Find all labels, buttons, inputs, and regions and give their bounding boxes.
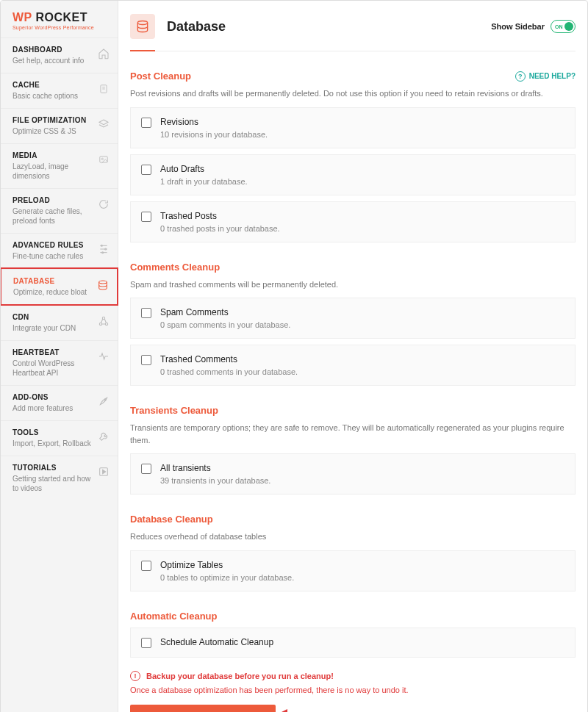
svg-point-14: [105, 323, 107, 325]
logo-text: WP ROCKET: [12, 11, 106, 24]
document-icon: [97, 82, 110, 96]
sidebar-item-database[interactable]: DATABASE Optimize, reduce bloat: [1, 269, 117, 304]
app-frame: WP ROCKET Superior WordPress Performance…: [0, 0, 588, 712]
option-sub: 0 tables to optimize in your database.: [160, 573, 564, 582]
option-schedule-cleanup: Schedule Automatic Cleanup: [130, 628, 576, 658]
nav-title: TUTORIALS: [12, 464, 93, 472]
option-label: Revisions: [160, 117, 564, 127]
sidebar-item-cdn[interactable]: CDN Integrate your CDN: [1, 305, 118, 340]
logo-wp: WP: [12, 11, 32, 24]
svg-point-13: [99, 323, 101, 325]
database-icon: [96, 278, 110, 292]
checkbox-trashed-comments[interactable]: [141, 355, 151, 365]
section-title: Post Cleanup: [130, 71, 191, 82]
nav-title: ADD-ONS: [12, 393, 93, 401]
option-trashed-posts: Trashed Posts 0 trashed posts in your da…: [130, 201, 576, 242]
nav-title: PRELOAD: [12, 196, 93, 204]
sidebar-item-media[interactable]: MEDIA LazyLoad, image dimensions: [1, 143, 118, 188]
help-icon: ?: [515, 71, 526, 82]
option-auto-drafts: Auto Drafts 1 draft in your database.: [130, 154, 576, 195]
layers-icon: [97, 118, 110, 131]
show-sidebar-toggle[interactable]: Show Sidebar ON: [491, 20, 576, 33]
checkbox-schedule-cleanup[interactable]: [141, 638, 151, 648]
home-icon: [97, 47, 110, 60]
option-sub: 10 revisions in your database.: [160, 130, 564, 139]
toggle-state: ON: [555, 24, 563, 29]
logo-rocket: ROCKET: [32, 11, 87, 24]
nav-desc: Generate cache files, preload fonts: [12, 206, 93, 226]
checkbox-revisions[interactable]: [141, 118, 151, 128]
arrow-head-icon: [277, 709, 287, 713]
nav-desc: Optimize CSS & JS: [12, 126, 93, 136]
nav-title: DATABASE: [13, 277, 92, 285]
warning-text: Backup your database before you run a cl…: [146, 672, 334, 680]
toggle-knob: [564, 22, 573, 31]
section-desc: Spam and trashed comments will be perman…: [130, 278, 576, 291]
heartbeat-icon: [97, 350, 110, 363]
section-title: Automatic Cleanup: [130, 611, 217, 622]
nav-title: ADVANCED RULES: [12, 241, 93, 249]
sidebar-item-tools[interactable]: TOOLS Import, Export, Rollback: [1, 420, 118, 456]
network-icon: [97, 314, 110, 328]
option-trashed-comments: Trashed Comments 0 trashed comments in y…: [130, 345, 576, 386]
option-label: Trashed Posts: [160, 211, 564, 221]
section-database-cleanup: Database Cleanup Reduces overhead of dat…: [130, 514, 576, 591]
nav-desc: Add more features: [12, 403, 93, 413]
svg-point-12: [102, 317, 104, 319]
wrench-icon: [97, 430, 110, 443]
option-label: Schedule Automatic Cleanup: [160, 637, 564, 647]
sidebar-item-heartbeat[interactable]: HEARTBEAT Control WordPress Heartbeat AP…: [1, 340, 118, 385]
sidebar-item-advanced-rules[interactable]: ADVANCED RULES Fine-tune cache rules: [1, 233, 118, 268]
image-icon: [97, 153, 110, 166]
warning-backup: ! Backup your database before you run a …: [130, 671, 576, 681]
option-label: Trashed Comments: [160, 354, 564, 364]
save-optimize-button[interactable]: SAVE CHANGES AND OPTIMIZE: [130, 705, 276, 713]
section-title: Comments Cleanup: [130, 262, 220, 273]
nav-title: MEDIA: [12, 151, 93, 159]
nav-desc: Integrate your CDN: [12, 323, 93, 333]
option-optimize-tables: Optimize Tables 0 tables to optimize in …: [130, 550, 576, 591]
sidebar-item-addons[interactable]: ADD-ONS Add more features: [1, 385, 118, 420]
nav-title: HEARTBEAT: [12, 348, 93, 356]
nav-desc: Fine-tune cache rules: [12, 251, 93, 261]
section-transients-cleanup: Transients Cleanup Transients are tempor…: [130, 405, 576, 495]
section-desc: Reduces overhead of database tables: [130, 531, 576, 543]
section-title: Database Cleanup: [130, 514, 213, 525]
logo: WP ROCKET Superior WordPress Performance: [1, 1, 118, 37]
checkbox-optimize-tables[interactable]: [141, 561, 151, 571]
sliders-icon: [97, 242, 110, 256]
need-help-link[interactable]: ? NEED HELP?: [515, 71, 576, 82]
toggle-switch[interactable]: ON: [551, 20, 576, 33]
checkbox-trashed-posts[interactable]: [141, 212, 151, 222]
svg-point-11: [99, 281, 107, 284]
svg-point-17: [137, 21, 147, 25]
sidebar-item-file-optimization[interactable]: FILE OPTIMIZATION Optimize CSS & JS: [1, 108, 118, 143]
sidebar-item-cache[interactable]: CACHE Basic cache options: [1, 73, 118, 108]
nav-desc: Basic cache options: [12, 91, 93, 101]
section-desc: Post revisions and drafts will be perman…: [130, 87, 576, 100]
sidebar: WP ROCKET Superior WordPress Performance…: [1, 1, 118, 712]
refresh-icon: [97, 198, 110, 211]
option-sub: 0 spam comments in your database.: [160, 320, 564, 329]
section-title: Transients Cleanup: [130, 405, 218, 416]
section-post-cleanup: Post Cleanup ? NEED HELP? Post revisions…: [130, 71, 576, 242]
sidebar-highlight-annotation: DATABASE Optimize, reduce bloat: [0, 267, 118, 306]
checkbox-spam-comments[interactable]: [141, 308, 151, 318]
toggle-label: Show Sidebar: [491, 22, 545, 31]
page-header: Database Show Sidebar ON: [130, 1, 576, 51]
section-desc: Transients are temporary options; they a…: [130, 422, 576, 446]
option-sub: 0 trashed comments in your database.: [160, 367, 564, 376]
checkbox-all-transients[interactable]: [141, 464, 151, 474]
sidebar-item-tutorials[interactable]: TUTORIALS Getting started and how to vid…: [1, 456, 118, 500]
checkbox-auto-drafts[interactable]: [141, 165, 151, 175]
option-sub: 0 trashed posts in your database.: [160, 224, 564, 233]
sidebar-item-preload[interactable]: PRELOAD Generate cache files, preload fo…: [1, 188, 118, 233]
nav-desc: Get help, account info: [12, 56, 93, 65]
svg-point-15: [104, 399, 106, 400]
warning-subtext: Once a database optimization has been pe…: [130, 686, 576, 694]
sidebar-item-dashboard[interactable]: DASHBOARD Get help, account info: [1, 37, 118, 73]
database-icon: [130, 14, 155, 39]
svg-point-4: [101, 158, 103, 159]
nav-desc: Import, Export, Rollback: [12, 439, 93, 448]
option-label: Auto Drafts: [160, 164, 564, 174]
